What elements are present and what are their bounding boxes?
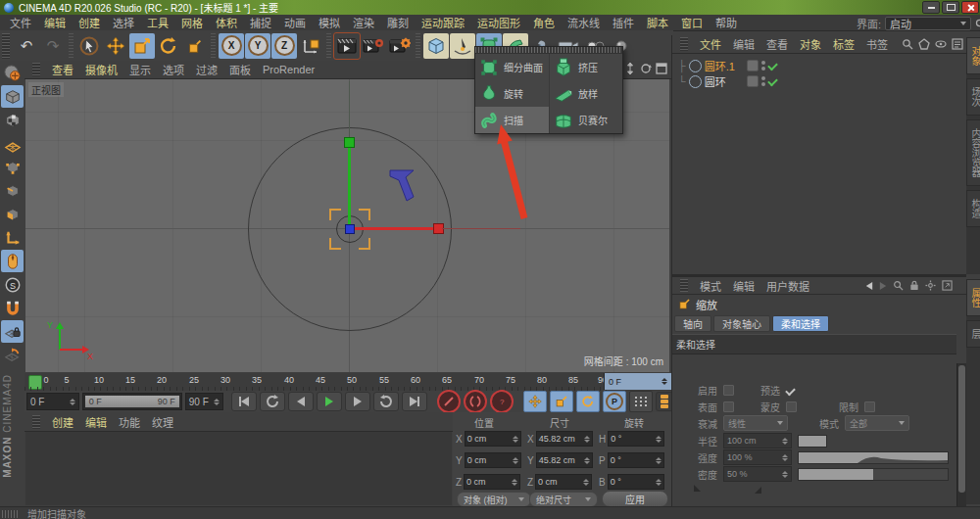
menu-motion-tracker[interactable]: 运动跟踪 (421, 15, 465, 30)
density-slider[interactable] (798, 468, 949, 481)
key-position-toggle[interactable] (523, 391, 547, 412)
stepper-icon[interactable] (656, 457, 662, 464)
texture-mode-button[interactable] (1, 109, 24, 131)
last-tool-button[interactable] (182, 33, 208, 59)
size-y-field[interactable]: 45.82 cm (536, 452, 593, 468)
menu-sculpt[interactable]: 雕刻 (387, 15, 409, 30)
play-loop-button[interactable] (373, 392, 399, 411)
material-menu-edit[interactable]: 编辑 (85, 414, 107, 430)
key-scale-toggle[interactable] (550, 391, 573, 412)
menu-mesh[interactable]: 网格 (181, 15, 203, 30)
menu-animate[interactable]: 动画 (284, 15, 306, 30)
strength-field[interactable]: 100 % (723, 449, 792, 465)
record-keyframe-button[interactable] (437, 390, 461, 413)
z-axis-lock-button[interactable]: Z (271, 33, 297, 59)
zoom-view-icon[interactable] (624, 63, 636, 74)
size-mode-select[interactable]: 绝对尺寸 (529, 492, 598, 507)
snap-settings-button[interactable]: S (1, 273, 24, 296)
render-to-picture-viewer-button[interactable] (361, 33, 386, 59)
menu-item-lathe[interactable]: 旋转 (475, 80, 549, 107)
stepper-icon[interactable] (662, 378, 667, 385)
enable-axis-button[interactable] (1, 226, 24, 249)
visibility-dots[interactable] (761, 61, 765, 71)
toggle-view-icon[interactable] (656, 63, 667, 74)
object-name[interactable]: 圆环.1 (705, 58, 744, 73)
search-icon[interactable] (902, 38, 913, 50)
viewport-menu-prorender[interactable]: ProRender (263, 64, 315, 75)
model-mode-button[interactable] (1, 85, 24, 108)
menu-create[interactable]: 创建 (78, 15, 100, 30)
object-menu-edit[interactable]: 编辑 (733, 36, 755, 52)
search-icon[interactable] (893, 280, 904, 291)
menu-plugins[interactable]: 插件 (612, 15, 634, 30)
viewport-menu-filter[interactable]: 过滤 (196, 62, 218, 77)
path-icon[interactable] (918, 38, 930, 50)
tab-layers[interactable]: 层 (966, 320, 980, 348)
object-row[interactable]: └ 圆环 (678, 73, 777, 89)
eye-icon[interactable] (935, 38, 947, 50)
tab-soft-selection[interactable]: 柔和选择 (772, 315, 829, 332)
menu-file[interactable]: 文件 (10, 15, 31, 30)
play-button[interactable] (317, 392, 342, 411)
viewport-menu-display[interactable]: 显示 (129, 62, 151, 77)
object-menu-bookmarks[interactable]: 书签 (866, 36, 888, 52)
mode-select[interactable]: 全部 (845, 415, 909, 431)
preview-range-slider[interactable]: 0 F90 F (82, 393, 182, 410)
menu-script[interactable]: 脚本 (647, 15, 668, 30)
radius-field[interactable]: 100 cm (723, 433, 792, 448)
y-axis-handle[interactable] (344, 137, 355, 148)
menu-item-subdivision-surface[interactable]: 细分曲面 (475, 54, 549, 80)
render-view-button[interactable] (334, 33, 360, 59)
menu-item-loft[interactable]: 放样 (550, 80, 621, 107)
expand-icon[interactable] (942, 280, 953, 291)
material-menu-create[interactable]: 创建 (52, 414, 74, 430)
gear-icon[interactable] (925, 280, 936, 291)
polygons-mode-button[interactable] (1, 203, 24, 225)
key-rotation-toggle[interactable] (576, 391, 600, 412)
stepper-icon[interactable] (512, 479, 517, 486)
goto-end-button[interactable] (402, 392, 427, 411)
layer-toggle[interactable] (747, 60, 759, 71)
menu-render[interactable]: 渲染 (353, 15, 374, 30)
stepper-icon[interactable] (656, 436, 662, 443)
rotation-h-field[interactable]: 0 ° (608, 431, 664, 447)
viewport-menu-panel[interactable]: 面板 (229, 62, 251, 77)
attribute-menu-edit[interactable]: 编辑 (733, 278, 755, 294)
menu-tools[interactable]: 工具 (147, 15, 169, 30)
stepper-icon[interactable] (584, 457, 590, 464)
menu-snap[interactable]: 捕捉 (250, 15, 271, 30)
workplane-align-button[interactable] (1, 344, 24, 366)
live-selection-button[interactable] (76, 33, 102, 59)
rotation-p-field[interactable]: 0 ° (608, 452, 664, 468)
preview-check-icon[interactable] (785, 385, 796, 396)
undo-button[interactable]: ↶ (14, 33, 39, 59)
timeline-ruler[interactable]: 0 5 10 15 20 25 30 35 40 45 50 55 60 65 … (24, 373, 671, 392)
coordinate-mode-select[interactable]: 对象 (相对) (457, 492, 531, 507)
object-menu-objects[interactable]: 对象 (800, 36, 821, 52)
position-x-field[interactable]: 0 cm (465, 431, 521, 447)
goto-start-button[interactable] (231, 392, 257, 411)
enable-checkbox[interactable] (723, 385, 734, 396)
position-y-field[interactable]: 0 cm (465, 452, 521, 468)
keyframe-presets-button[interactable] (629, 391, 653, 412)
menu-item-extrude[interactable]: 挤压 (550, 54, 621, 80)
workplane-lock-button[interactable] (1, 320, 24, 343)
enable-snap-button[interactable] (1, 297, 24, 319)
menu-mograph[interactable]: 运动图形 (477, 15, 520, 30)
position-z-field[interactable]: 0 cm (464, 474, 520, 490)
attribute-menu-mode[interactable]: 模式 (700, 278, 721, 294)
previous-frame-button[interactable] (288, 392, 314, 411)
next-frame-button[interactable] (345, 392, 370, 411)
material-menu-function[interactable]: 功能 (119, 414, 140, 430)
history-forward-icon[interactable] (880, 282, 886, 290)
maximize-button[interactable] (942, 1, 959, 14)
stepper-icon[interactable] (70, 399, 75, 405)
interface-select[interactable]: 启动 (885, 17, 971, 30)
panel-drag-handle[interactable] (680, 37, 688, 51)
menu-window[interactable]: 窗口 (681, 15, 703, 30)
viewport-menu-options[interactable]: 选项 (163, 62, 184, 77)
menu-volume[interactable]: 体积 (216, 15, 237, 30)
object-menu-tags[interactable]: 标签 (833, 36, 855, 52)
edges-mode-button[interactable] (1, 179, 24, 202)
workplane-mode-button[interactable] (1, 132, 24, 155)
